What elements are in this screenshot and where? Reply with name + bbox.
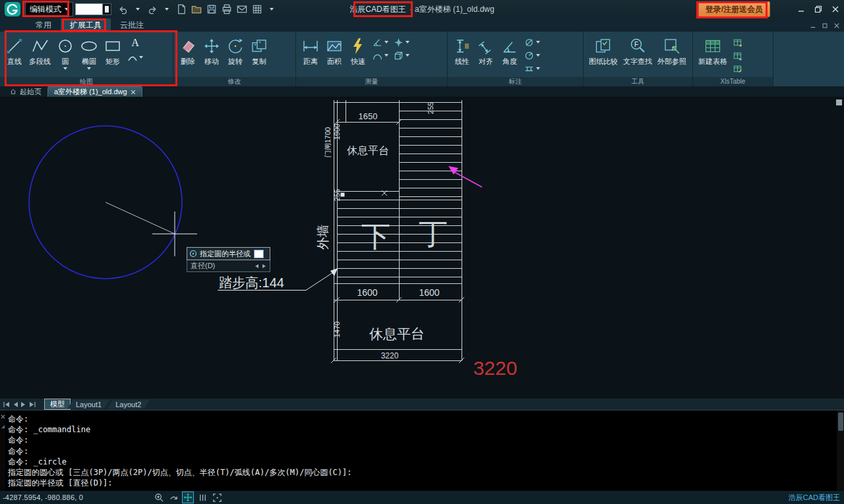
print-button[interactable] [220, 2, 233, 16]
quick-measure-button[interactable]: 快速 [346, 34, 370, 66]
measure-arc-button[interactable] [371, 49, 390, 61]
circle-button[interactable]: 圆 [53, 34, 77, 70]
next-tab-icon[interactable] [20, 401, 26, 408]
first-tab-icon[interactable] [3, 401, 11, 408]
app-logo-icon[interactable] [3, 1, 22, 18]
tab-drawing-file[interactable]: a室外楼梯 (1)_old.dwg [47, 86, 142, 97]
tab-extended-tools[interactable]: 扩展工具 [61, 18, 111, 32]
distance-button[interactable]: 距离 [299, 34, 322, 66]
find-text-icon: F [628, 35, 647, 57]
command-close-icon[interactable] [1, 414, 5, 419]
chevron-down-icon[interactable] [63, 67, 67, 70]
text-tool-icon: A [131, 37, 139, 48]
open-folder-button[interactable] [190, 2, 203, 16]
chevron-down-icon[interactable] [87, 67, 91, 70]
maximize-button[interactable] [810, 0, 827, 18]
measure-coordinate-button[interactable] [392, 36, 411, 48]
arrow-left-icon[interactable] [255, 264, 259, 269]
canvas-scrollbar-thumb[interactable] [836, 99, 842, 105]
minimize-button[interactable] [793, 0, 810, 18]
tab-cloud-annotation[interactable]: 云批注 [111, 18, 153, 32]
arc-tool-button[interactable] [127, 53, 143, 62]
linear-dim-button[interactable]: 线性 [450, 34, 474, 66]
lightning-icon [349, 35, 367, 57]
move-button[interactable]: 移动 [200, 34, 224, 66]
redo-dropdown[interactable] [161, 2, 173, 16]
group-label-tools: 工具 [584, 77, 692, 86]
email-button[interactable] [235, 2, 249, 16]
doc-minimize-icon[interactable] [810, 20, 816, 32]
tab-layout1[interactable]: Layout1 [67, 400, 110, 409]
tab-model[interactable]: 模型 [44, 399, 71, 410]
measure-entity-button[interactable] [392, 49, 411, 61]
radius-dim-button[interactable] [523, 49, 541, 61]
polyline-icon [31, 35, 49, 57]
dim-255-left: 255 [333, 189, 341, 201]
radius-input[interactable] [254, 250, 264, 258]
doc-restore-icon[interactable] [822, 20, 828, 32]
table-update-button[interactable] [731, 49, 744, 61]
doc-close-icon[interactable] [833, 20, 840, 32]
save-button[interactable] [205, 2, 218, 16]
tab-common[interactable]: 常用 [26, 18, 61, 32]
aligned-dim-button[interactable]: 对齐 [474, 34, 498, 66]
text-find-button[interactable]: F 文字查找 [620, 34, 655, 66]
command-resize-icon[interactable] [1, 424, 5, 429]
radius-prompt-text: 指定圆的半径或 [200, 249, 251, 259]
ellipse-button[interactable]: 椭圆 [77, 34, 101, 70]
drawing-canvas[interactable]: 1650 255 1900 门闸1700 休息平台 255 外墙 下 丁 160… [0, 98, 844, 398]
tab-start-page[interactable]: 起始页 [4, 86, 47, 97]
area-button[interactable]: 面积 [322, 34, 346, 66]
side-by-side-icon[interactable] [196, 491, 208, 503]
rotate-button[interactable]: 旋转 [224, 34, 247, 66]
dynamic-input-tooltip: 指定圆的半径或 直径(D) [187, 247, 270, 272]
polyline-button[interactable]: 多段线 [26, 34, 53, 66]
color-swatch[interactable] [75, 3, 111, 16]
close-button[interactable] [827, 0, 844, 18]
redo-button[interactable] [146, 2, 159, 16]
tab-layout2[interactable]: Layout2 [107, 400, 150, 409]
prev-tab-icon[interactable] [13, 401, 18, 408]
new-table-button[interactable]: 新建表格 [696, 34, 730, 66]
command-scrollbar[interactable] [837, 410, 844, 491]
area-icon [325, 35, 344, 57]
dim-3220-red: 3220 [473, 357, 518, 379]
table-import-button[interactable] [731, 36, 744, 48]
edit-mode-dropdown[interactable]: 编辑模式 [25, 2, 73, 16]
command-window[interactable]: 命令: 命令: _commandline 命令: 命令: 命令: _circle… [0, 410, 844, 491]
wall-label: 外墙 [316, 225, 330, 250]
close-tab-icon[interactable] [131, 90, 136, 95]
command-prompt-line[interactable]: 指定圆的半径或 [直径(D)]: [8, 478, 832, 488]
diameter-option-row[interactable]: 直径(D) [187, 260, 270, 272]
drawing-compare-button[interactable]: 图纸比较 [586, 34, 620, 66]
undo-dropdown[interactable] [132, 2, 144, 16]
up-label: 丁 [419, 217, 448, 250]
xref-button[interactable]: 外部参照 [655, 34, 689, 66]
line-button[interactable]: 直线 [3, 34, 26, 66]
undo-button[interactable] [117, 2, 130, 16]
color-dropdown[interactable] [103, 3, 111, 15]
fit-extents-icon[interactable] [211, 491, 223, 503]
measure-angle-button[interactable] [371, 36, 390, 48]
pan-move-icon[interactable] [182, 491, 194, 503]
dim-1900: 1900 [333, 124, 341, 140]
chevron-down-icon [536, 41, 540, 43]
table-edit-button[interactable] [731, 63, 744, 74]
text-tool-button[interactable]: A [129, 36, 142, 51]
copy-button[interactable]: 复制 [247, 34, 271, 66]
radius-prompt-row: 指定圆的半径或 [187, 247, 270, 260]
qat-more-dropdown[interactable] [266, 2, 278, 16]
rectangle-button[interactable]: 矩形 [101, 34, 125, 66]
export-table-button[interactable] [251, 2, 264, 16]
login-button[interactable]: 登录/注册送会员 [698, 1, 770, 17]
diameter-dim-button[interactable] [523, 36, 541, 48]
titlebar: 编辑模式 [0, 0, 844, 18]
angular-dim-button[interactable]: 角度 [498, 34, 522, 66]
arrow-right-icon[interactable] [262, 264, 266, 269]
pan-icon[interactable] [167, 491, 179, 503]
erase-button[interactable]: 删除 [176, 34, 200, 66]
continue-dim-button[interactable] [523, 63, 541, 74]
zoom-icon[interactable] [153, 491, 165, 503]
last-tab-icon[interactable] [28, 401, 36, 408]
new-file-button[interactable] [175, 2, 188, 16]
